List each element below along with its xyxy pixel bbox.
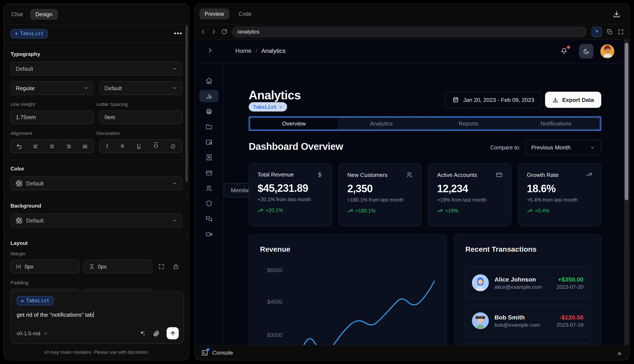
- sidebar-analytics-icon[interactable]: [199, 90, 218, 102]
- app-header: Home / Analytics: [195, 40, 629, 64]
- chevron-down-icon: [590, 145, 595, 150]
- svg-text:$4500: $4500: [267, 299, 282, 305]
- download-icon[interactable]: [613, 10, 620, 20]
- browser-toolbar: /analytics: [195, 24, 629, 40]
- color-title: Color: [11, 166, 182, 172]
- transaction-row[interactable]: [465, 343, 590, 345]
- preview-scrollbar-thumb[interactable]: [624, 43, 628, 200]
- transactions-title: Recent Transactions: [465, 245, 537, 254]
- more-menu-icon[interactable]: •••: [174, 30, 182, 38]
- design-select-mode-button[interactable]: [591, 26, 602, 37]
- paperclip-icon[interactable]: [153, 330, 160, 337]
- color-select[interactable]: Default: [11, 176, 182, 190]
- chevron-down-icon: [83, 86, 88, 90]
- decoration-label: Decoration: [96, 130, 182, 136]
- margin-y-input[interactable]: 0px: [84, 260, 152, 274]
- sidebar-scrollbar[interactable]: [186, 25, 187, 182]
- selection-label-chip[interactable]: TabsList: [249, 102, 287, 112]
- sidebar-folder-icon[interactable]: [199, 121, 218, 133]
- theme-toggle-button[interactable]: [579, 44, 593, 58]
- submit-button[interactable]: [167, 327, 179, 339]
- align-center-icon[interactable]: [49, 143, 55, 149]
- breadcrumb-home[interactable]: Home: [235, 47, 251, 54]
- no-decoration-icon[interactable]: ∅: [171, 143, 175, 150]
- sidebar-billing-icon[interactable]: [199, 167, 218, 179]
- text-caret: [93, 311, 94, 317]
- undo-icon[interactable]: [16, 143, 22, 149]
- svg-text:$3000: $3000: [267, 332, 282, 338]
- sparkles-icon[interactable]: [139, 330, 146, 337]
- sidebar-printer-icon[interactable]: [199, 106, 218, 118]
- model-select[interactable]: v0-1.5-md: [17, 330, 48, 336]
- font-size-select[interactable]: Default: [99, 81, 182, 95]
- sidebar-expand-icon[interactable]: [207, 47, 213, 55]
- tab-preview[interactable]: Preview: [199, 8, 229, 20]
- trending-up-icon: [437, 208, 443, 214]
- recent-transactions-card: Recent Transactions Alice Johnson alice@…: [454, 234, 601, 345]
- sidebar-home-icon[interactable]: [199, 75, 218, 87]
- chevrons-up-icon[interactable]: [616, 350, 623, 356]
- revenue-chart-card: Revenue $6000 $4500 $3000: [249, 234, 447, 345]
- component-diamond-icon: ◈: [15, 31, 18, 36]
- letter-spacing-input[interactable]: 0em: [99, 110, 182, 124]
- overline-icon[interactable]: O: [154, 143, 158, 150]
- italic-icon[interactable]: I: [106, 143, 108, 150]
- font-weight-select[interactable]: Regular: [11, 81, 94, 95]
- sidebar-wallet-icon[interactable]: [199, 136, 218, 148]
- export-data-button[interactable]: Export Data: [545, 92, 601, 108]
- fullscreen-icon[interactable]: [617, 28, 624, 35]
- calendar-icon: [452, 96, 459, 103]
- underline-icon[interactable]: U: [137, 143, 141, 150]
- preview-scrollbar-track[interactable]: [624, 40, 629, 345]
- selected-component-chip[interactable]: ◈ TabsList: [11, 29, 48, 38]
- tab-notifications[interactable]: Notifications: [512, 118, 599, 129]
- stat-card-new-customers: New Customers 2,350 +180.1% from last mo…: [338, 163, 422, 226]
- tab-reports[interactable]: Reports: [425, 118, 512, 129]
- tab-design[interactable]: Design: [30, 9, 58, 20]
- margin-label: Margin: [11, 251, 182, 256]
- font-family-select[interactable]: Default: [11, 62, 182, 76]
- align-left-icon[interactable]: [33, 143, 39, 149]
- console-bar[interactable]: Console: [195, 345, 629, 360]
- date-range-picker[interactable]: Jan 20, 2023 - Feb 09, 2023: [445, 92, 542, 108]
- revenue-line-chart: $6000 $4500 $3000: [249, 234, 447, 345]
- tab-analytics[interactable]: Analytics: [338, 118, 425, 129]
- notification-dot: [567, 46, 570, 49]
- composer-component-chip[interactable]: ◈ TabsList: [17, 296, 54, 306]
- sidebar-members-icon[interactable]: [199, 182, 218, 194]
- copy-icon[interactable]: [606, 28, 613, 35]
- transaction-row[interactable]: Alice Johnson alice@example.com +$350.00…: [465, 267, 590, 298]
- align-right-icon[interactable]: [66, 143, 72, 149]
- compare-select[interactable]: Previous Month: [525, 140, 601, 155]
- margin-lock-icon[interactable]: [173, 264, 179, 270]
- compare-label: Compare to:: [490, 144, 520, 150]
- color-swatch: [16, 180, 22, 186]
- forward-icon[interactable]: [211, 29, 217, 35]
- notifications-bell-icon[interactable]: [560, 47, 568, 56]
- tab-chat[interactable]: Chat: [11, 11, 23, 17]
- margin-x-input[interactable]: 0px: [11, 260, 79, 274]
- letter-spacing-label: Letter Spacing: [96, 102, 182, 107]
- tab-overview[interactable]: Overview: [250, 118, 338, 129]
- line-height-input[interactable]: 1.75rem: [11, 110, 94, 124]
- url-bar[interactable]: /analytics: [232, 26, 587, 37]
- prompt-input[interactable]: get rid of the "notifications" tab: [17, 311, 178, 318]
- preview-panel: Preview Code /analytics H: [195, 4, 629, 360]
- sidebar-tab-bar: Chat Design: [4, 4, 189, 25]
- padding-label: Padding: [11, 280, 182, 286]
- refresh-icon[interactable]: [221, 29, 227, 35]
- sidebar-receipt-icon[interactable]: [199, 152, 218, 164]
- background-select[interactable]: Default: [11, 214, 182, 228]
- user-avatar[interactable]: [600, 44, 614, 58]
- avatar: [472, 312, 489, 329]
- align-justify-icon[interactable]: [82, 143, 88, 149]
- back-icon[interactable]: [200, 29, 206, 35]
- tab-code[interactable]: Code: [238, 11, 251, 17]
- sidebar-messages-icon[interactable]: [199, 213, 218, 225]
- margin-expand-icon[interactable]: [158, 264, 164, 270]
- strikethrough-icon[interactable]: S: [121, 143, 124, 150]
- transaction-row[interactable]: Bob Smith bob@example.com -$120.50 2023-…: [465, 305, 590, 336]
- sidebar-security-icon[interactable]: [199, 198, 218, 210]
- prompt-composer[interactable]: ◈ TabsList get rid of the "notifications…: [11, 291, 184, 344]
- sidebar-video-icon[interactable]: [199, 228, 218, 240]
